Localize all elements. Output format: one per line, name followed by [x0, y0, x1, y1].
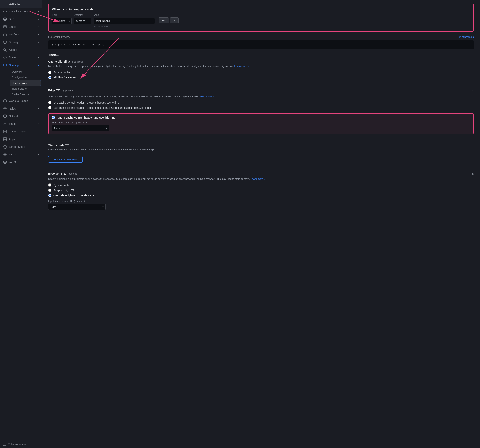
svg-marker-11 — [3, 99, 7, 102]
expression-preview-section: Expression Preview Edit expression (http… — [48, 36, 474, 49]
edge-ttl-radio-3[interactable] — [52, 116, 55, 119]
eligible-cache-option[interactable]: Eligible for cache — [48, 76, 474, 79]
ext-link-icon-edge: ↗ — [212, 96, 214, 98]
browser-bypass-radio[interactable] — [48, 183, 51, 187]
edge-ttl-ignore-option-box: Ignore cache-control header and use this… — [48, 113, 474, 134]
operator-select[interactable]: contains — [74, 18, 91, 24]
cache-eligibility-title: Cache eligibility (required) — [48, 60, 474, 63]
access-icon — [3, 48, 7, 52]
sidebar-item-scrape-shield[interactable]: Scrape Shield — [0, 143, 42, 151]
browser-override-radio[interactable] — [48, 194, 51, 197]
operator-group: Operator contains — [74, 14, 91, 24]
edge-ttl-radio-1[interactable] — [48, 101, 51, 104]
svg-point-2 — [4, 19, 6, 20]
speed-icon — [3, 56, 7, 59]
sidebar-item-network[interactable]: Network — [0, 112, 42, 120]
sub-item-cache-reserve[interactable]: Cache Reserve — [9, 92, 42, 97]
sidebar-item-label: Rules — [9, 107, 16, 110]
sidebar-item-overview[interactable]: ⊞ Overview — [0, 0, 42, 8]
browser-ttl-select[interactable]: 1 day 12 hours 6 hours 1 hour 30 minutes — [48, 204, 106, 210]
sub-item-configuration[interactable]: Configuration — [9, 74, 42, 80]
edge-ttl-optional: (optional) — [63, 89, 73, 92]
sidebar-item-access[interactable]: Access — [0, 46, 42, 54]
sidebar-item-email[interactable]: Email ▾ — [0, 23, 42, 31]
zaraz-icon — [3, 153, 7, 156]
edge-ttl-select[interactable]: 1 year 6 months 3 months 1 month 1 week … — [52, 125, 109, 131]
browser-ttl-learn-more[interactable]: Learn more ↗ — [251, 178, 265, 180]
browser-ttl-desc: Specify how long client browsers should … — [48, 177, 474, 181]
sidebar-item-speed[interactable]: Speed ▾ — [0, 54, 42, 61]
scrape-shield-icon — [3, 145, 7, 149]
edge-ttl-option-3[interactable]: Ignore cache-control header and use this… — [52, 116, 470, 119]
svg-rect-25 — [5, 139, 7, 141]
svg-rect-31 — [3, 443, 6, 446]
collapse-label: Collapse sidebar — [8, 443, 27, 446]
edge-ttl-option-1[interactable]: Use cache-control header if present, byp… — [48, 101, 474, 104]
sidebar-item-workers[interactable]: Workers Routes — [0, 97, 42, 105]
browser-respect-radio[interactable] — [48, 189, 51, 192]
browser-ttl-title: Browser TTL (optional) — [48, 172, 78, 175]
bypass-cache-option[interactable]: Bypass cache — [48, 71, 474, 74]
sidebar-item-caching[interactable]: Caching ▴ — [0, 61, 42, 69]
sidebar-item-analytics[interactable]: Analytics & Logs ▾ — [0, 8, 42, 15]
chevron-icon: ▾ — [38, 57, 39, 59]
value-input[interactable] — [94, 18, 155, 24]
sidebar-item-dns[interactable]: DNS ▾ — [0, 15, 42, 23]
caching-sub-menu: Overview Configuration Cache Rules Tiere… — [0, 69, 42, 97]
sidebar-item-label: Zaraz — [9, 153, 16, 156]
overview-icon: ⊞ — [3, 2, 7, 6]
edge-ttl-option-2[interactable]: Use cache-control header if present, use… — [48, 106, 474, 109]
browser-ttl-optional: (optional) — [68, 172, 78, 175]
edge-ttl-select-wrapper: 1 year 6 months 3 months 1 month 1 week … — [52, 125, 109, 131]
chevron-icon: ▾ — [38, 34, 39, 36]
eligible-cache-radio[interactable] — [48, 76, 51, 79]
edge-ttl-learn-more[interactable]: Learn more ↗ — [199, 95, 214, 98]
sidebar-item-web3[interactable]: Web3 — [0, 158, 42, 166]
sidebar-item-label: DNS — [9, 18, 14, 21]
add-status-code-button[interactable]: + Add status code setting — [48, 156, 83, 163]
sidebar-item-zaraz[interactable]: Zaraz ▾ — [0, 151, 42, 158]
chevron-up-icon: ▴ — [38, 64, 39, 66]
sidebar-item-traffic[interactable]: Traffic ▾ — [0, 120, 42, 128]
caching-icon — [3, 63, 7, 67]
browser-ttl-close-button[interactable]: × — [472, 172, 474, 176]
sidebar-item-custom-pages[interactable]: Custom Pages — [0, 128, 42, 135]
sub-item-overview[interactable]: Overview — [9, 69, 42, 74]
collapse-sidebar-button[interactable]: Collapse sidebar — [0, 440, 42, 448]
browser-bypass-option[interactable]: Bypass cache — [48, 183, 474, 187]
sub-item-cache-rules[interactable]: Cache Rules — [10, 80, 41, 86]
browser-ttl-options: Bypass cache Respect origin TTL Override… — [48, 183, 474, 197]
field-select-wrapper: Hostname — [52, 18, 71, 24]
browser-respect-option[interactable]: Respect origin TTL — [48, 189, 474, 192]
sidebar-item-label: Scrape Shield — [9, 145, 25, 148]
sidebar-item-label: Security — [9, 41, 19, 44]
browser-ttl-select-wrapper: 1 day 12 hours 6 hours 1 hour 30 minutes — [48, 204, 106, 210]
sub-item-tiered-cache[interactable]: Tiered Cache — [9, 86, 42, 92]
main-content: When incoming requests match... Field Ho… — [42, 0, 480, 448]
field-row: Field Hostname Operator contains Value — [52, 14, 470, 28]
sidebar-item-security[interactable]: Security ▾ — [0, 38, 42, 46]
cache-eligibility-learn-more[interactable]: Learn more ↗ — [234, 65, 249, 68]
bypass-cache-radio[interactable] — [48, 71, 51, 74]
sidebar-item-apps[interactable]: Apps — [0, 135, 42, 143]
status-code-ttl-section: Status code TTL Specify how long Cloudfl… — [48, 143, 474, 167]
edit-expression-link[interactable]: Edit expression — [457, 36, 474, 38]
sidebar-item-rules[interactable]: Rules ▾ — [0, 105, 42, 112]
sidebar-item-label: Email — [9, 25, 15, 28]
or-button[interactable]: Or — [170, 17, 178, 23]
sidebar-item-ssl[interactable]: SSL/TLS ▾ — [0, 31, 42, 38]
browser-override-option[interactable]: Override origin and use this TTL — [48, 194, 474, 197]
svg-rect-23 — [5, 138, 7, 139]
then-title: Then... — [48, 53, 474, 57]
field-select[interactable]: Hostname — [52, 18, 71, 24]
sidebar-item-label: Access — [9, 48, 17, 51]
edge-ttl-radio-2[interactable] — [48, 106, 51, 109]
and-button[interactable]: And — [159, 17, 169, 23]
security-icon — [3, 40, 7, 44]
chevron-icon: ▾ — [38, 123, 39, 125]
chevron-icon: ▾ — [38, 18, 39, 20]
svg-rect-6 — [4, 34, 6, 36]
edge-ttl-close-button[interactable]: × — [472, 89, 474, 92]
sidebar-item-label: Speed — [9, 56, 16, 59]
custom-pages-icon — [3, 130, 7, 134]
